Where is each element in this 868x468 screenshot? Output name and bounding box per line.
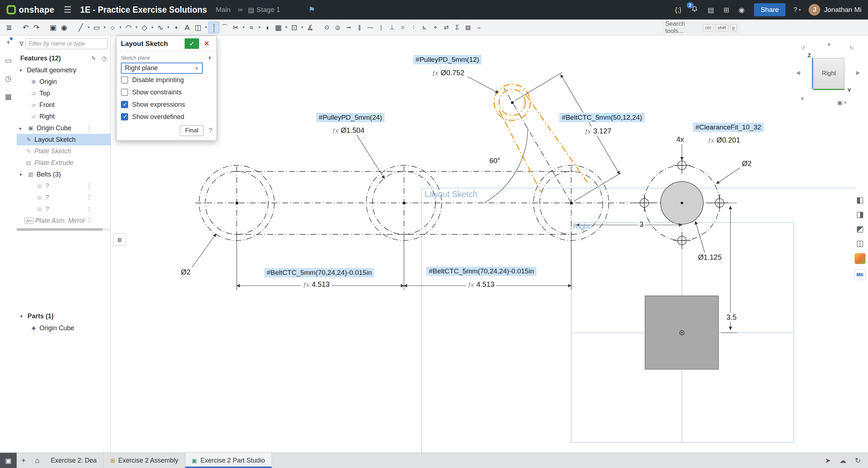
chevron-down-icon[interactable]: ▾ [150, 25, 155, 30]
pierce-constraint-icon[interactable]: ⌖ [430, 22, 441, 33]
angle-dimension[interactable]: 60° [488, 156, 502, 165]
user-avatar[interactable]: J [809, 4, 820, 16]
accept-button[interactable]: ✓ [185, 38, 199, 49]
sketch-plane-field[interactable]: Right plane × [121, 63, 203, 74]
arc-tool[interactable]: ◠ [123, 22, 134, 33]
part-item-origin-cube[interactable]: ◆ Origin Cube [17, 322, 110, 334]
parallel-constraint-icon[interactable]: ∥ [354, 22, 365, 33]
checkbox-box[interactable] [121, 113, 128, 120]
notification-list-icon[interactable]: ▤ [708, 6, 714, 14]
measure-tool[interactable]: ∡ [305, 22, 316, 33]
user-name[interactable]: Jonathan Mi [824, 6, 861, 14]
scrollbar-thumb[interactable] [17, 228, 103, 231]
rotate-down-icon[interactable]: ▼ [800, 95, 805, 102]
suppressed-dots-icon[interactable]: ⋮ [87, 194, 92, 201]
chevron-down-icon[interactable]: ▾ [20, 68, 27, 73]
rotate-right-icon[interactable]: ↻ [850, 45, 854, 51]
onshape-logo-text[interactable]: onshape [19, 5, 54, 15]
checkbox-disable-imprinting[interactable]: Disable imprinting [121, 74, 212, 86]
workspace-name[interactable]: Main [216, 6, 231, 14]
coincident-constraint-icon[interactable]: ⊙ [321, 22, 332, 33]
feature-item-default-geometry[interactable]: ▾ Default geometry [17, 64, 110, 76]
extension-app-icon[interactable] [855, 253, 865, 264]
normal-constraint-icon[interactable]: ⊾ [419, 22, 430, 33]
highlighted-belt[interactable] [494, 84, 588, 192]
trim-tool[interactable]: ✂ [230, 22, 241, 33]
globe-icon[interactable]: ◉ [739, 6, 745, 14]
home-button[interactable]: ⌂ [30, 453, 44, 468]
chevron-down-icon[interactable]: ▾ [284, 25, 289, 30]
learning-center-icon[interactable]: ⚑ [308, 5, 315, 14]
tab-exercise-2-part-studio[interactable]: ▣ Exercise 2 Part Studio [185, 453, 272, 468]
horizontal-constraint-icon[interactable]: ― [365, 22, 376, 33]
suppressed-dots-icon[interactable]: ⋮ [87, 206, 92, 212]
version-name[interactable]: Stage 1 [257, 6, 281, 14]
new-tab-button[interactable]: + [17, 453, 30, 468]
chevron-down-icon[interactable]: ▾ [134, 25, 139, 30]
circle-tool[interactable]: ○ [107, 22, 118, 33]
view-cube[interactable]: ↺ ↻ ▲ ◀ ▶ ▼ Right Z Y ▣ ▾ [795, 39, 864, 108]
slot-tool[interactable]: ◗ [262, 22, 273, 33]
chevron-down-icon[interactable]: ▾ [241, 25, 246, 30]
equal-constraint-icon[interactable]: = [397, 22, 408, 33]
view-menu[interactable]: ▣ ▾ [837, 99, 846, 106]
checkbox-show-expressions[interactable]: Show expressions [121, 98, 212, 111]
feature-item-layout-sketch[interactable]: ✎ Layout Sketch [17, 134, 110, 145]
checkbox-box[interactable] [121, 76, 128, 84]
feature-list-toggle-icon[interactable]: ≣ [4, 22, 14, 33]
link-icon[interactable]: ∞ [238, 6, 243, 14]
filter-funnel-icon[interactable]: ∇ [20, 41, 24, 47]
configurations-icon[interactable]: ▦ [5, 92, 12, 101]
sync-icon[interactable]: ↻ [855, 456, 861, 465]
search-tools[interactable]: Search tools... ctrl shift p [662, 22, 740, 33]
suppressed-dots-icon[interactable]: ⋮ [87, 125, 92, 131]
notifications-bell[interactable]: 2 [691, 5, 698, 14]
rotate-west-icon[interactable]: ◀ [796, 69, 800, 76]
pulley12-dimension[interactable]: ƒx Ø0.752 [430, 68, 466, 77]
tangent-constraint-icon[interactable]: ⊸ [343, 22, 354, 33]
rotate-left-icon[interactable]: ↺ [801, 45, 806, 51]
hidden-edges-icon[interactable]: ◩ [856, 224, 864, 234]
feature-item-belt-1[interactable]: ◎ ? ⋮ [17, 180, 110, 192]
parts-header[interactable]: ▾ Parts (1) [17, 310, 110, 322]
belt50-dimension[interactable]: ƒx 3.127 [583, 127, 613, 136]
rollback-clock-icon[interactable]: ◷ [102, 55, 107, 62]
rotate-east-icon[interactable]: ▶ [856, 69, 860, 76]
chevron-down-icon[interactable]: ▾ [118, 25, 123, 30]
checkbox-box[interactable] [121, 101, 128, 108]
view-cube-face[interactable]: Right [813, 58, 844, 89]
polygon-tool[interactable]: ◇ [139, 22, 150, 33]
filter-input[interactable] [26, 38, 108, 49]
construction-toggle[interactable]: ┊ [208, 22, 219, 33]
point-tool[interactable]: • [171, 22, 182, 33]
dia2-right-dimension[interactable]: Ø2 [740, 159, 754, 168]
help-icon[interactable]: ? [793, 6, 797, 14]
vertical-constraint-icon[interactable]: ∣ [376, 22, 387, 33]
offset-tool[interactable]: ≈ [246, 22, 257, 33]
checkbox-show-constraints[interactable]: Show constraints [121, 86, 212, 98]
shaded-view-icon[interactable]: ◨ [856, 210, 864, 219]
feature-item-belts-folder[interactable]: ▾ ▥ Belts (3) [17, 169, 110, 180]
feature-item-belt-3[interactable]: ◎ ? ⋮ [17, 203, 110, 215]
clearance-count-label[interactable]: 4x [674, 135, 686, 144]
chevron-down-icon[interactable]: ▾ [86, 25, 91, 30]
belt50-expression-label[interactable]: #BeltCTC_5mm(50,12,24) [559, 113, 645, 122]
concentric-constraint-icon[interactable]: ◎ [332, 22, 343, 33]
collapse-tree-button[interactable]: ≣ [113, 234, 126, 246]
expression-sum-icon[interactable]: Σ [452, 22, 463, 33]
belt70a-expression-label[interactable]: #BeltCTC_5mm(70,24,24)-0.015in [264, 268, 374, 277]
suppressed-dots-icon[interactable]: ⋮ [87, 217, 92, 224]
dim35-dimension[interactable]: 3.5 [725, 313, 738, 322]
flip-plane-icon[interactable]: ◐ [208, 54, 212, 61]
checkbox-box[interactable] [121, 89, 128, 96]
cancel-button[interactable]: × [201, 38, 212, 49]
undo-icon[interactable]: ↶ [20, 22, 31, 33]
clearance-expression-label[interactable]: #ClearanceFit_10_32 [693, 123, 764, 132]
hatch-icon[interactable]: ▨ [463, 22, 473, 33]
copy-icon[interactable]: ▣ [48, 22, 59, 33]
curvature-icon[interactable]: ⌣ [473, 22, 484, 33]
midpoint-constraint-icon[interactable]: ∶ [408, 22, 419, 33]
chevron-down-icon[interactable]: ▾ [102, 25, 107, 30]
dia1125-dimension[interactable]: Ø1.125 [696, 253, 724, 262]
chevron-down-icon[interactable]: ▾ [300, 25, 305, 30]
